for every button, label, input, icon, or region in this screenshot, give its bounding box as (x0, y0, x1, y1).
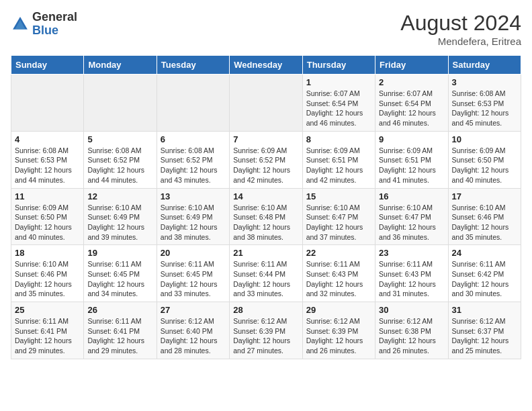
day-of-week-header: Tuesday (157, 56, 229, 75)
calendar-cell: 4Sunrise: 6:08 AM Sunset: 6:53 PM Daylig… (11, 131, 84, 188)
calendar-cell: 15Sunrise: 6:10 AM Sunset: 6:47 PM Dayli… (302, 188, 375, 245)
day-number: 21 (233, 248, 298, 258)
day-info: Sunrise: 6:09 AM Sunset: 6:51 PM Dayligh… (379, 146, 444, 185)
day-info: Sunrise: 6:12 AM Sunset: 6:38 PM Dayligh… (379, 316, 444, 356)
logo-general-text: General (32, 11, 77, 24)
calendar-cell: 22Sunrise: 6:11 AM Sunset: 6:43 PM Dayli… (302, 245, 375, 302)
logo-blue-text: Blue (32, 24, 77, 38)
calendar-week-row: 25Sunrise: 6:11 AM Sunset: 6:41 PM Dayli… (11, 302, 521, 359)
calendar-week-row: 18Sunrise: 6:10 AM Sunset: 6:46 PM Dayli… (11, 245, 521, 302)
day-number: 1 (306, 77, 371, 87)
day-number: 10 (452, 134, 517, 144)
day-info: Sunrise: 6:12 AM Sunset: 6:37 PM Dayligh… (452, 316, 517, 356)
day-number: 29 (306, 305, 371, 315)
calendar-cell: 6Sunrise: 6:08 AM Sunset: 6:52 PM Daylig… (157, 131, 229, 188)
day-info: Sunrise: 6:11 AM Sunset: 6:43 PM Dayligh… (306, 259, 371, 299)
day-number: 2 (379, 77, 444, 87)
calendar-cell: 21Sunrise: 6:11 AM Sunset: 6:44 PM Dayli… (230, 245, 302, 302)
day-info: Sunrise: 6:11 AM Sunset: 6:41 PM Dayligh… (15, 316, 80, 356)
day-number: 11 (15, 191, 80, 201)
day-info: Sunrise: 6:08 AM Sunset: 6:52 PM Dayligh… (87, 146, 152, 185)
day-number: 6 (161, 134, 226, 144)
calendar-cell: 12Sunrise: 6:10 AM Sunset: 6:49 PM Dayli… (84, 188, 157, 245)
day-info: Sunrise: 6:09 AM Sunset: 6:50 PM Dayligh… (452, 146, 517, 185)
calendar-cell: 5Sunrise: 6:08 AM Sunset: 6:52 PM Daylig… (84, 131, 157, 188)
day-info: Sunrise: 6:11 AM Sunset: 6:45 PM Dayligh… (87, 259, 152, 299)
day-number: 7 (233, 134, 298, 144)
calendar-cell (157, 75, 229, 132)
calendar-cell (84, 75, 157, 132)
calendar-cell: 29Sunrise: 6:12 AM Sunset: 6:39 PM Dayli… (302, 302, 375, 359)
calendar-cell (230, 75, 302, 132)
day-number: 13 (161, 191, 226, 201)
day-info: Sunrise: 6:07 AM Sunset: 6:54 PM Dayligh… (379, 89, 444, 128)
calendar-cell: 27Sunrise: 6:12 AM Sunset: 6:40 PM Dayli… (157, 302, 229, 359)
calendar-cell: 11Sunrise: 6:09 AM Sunset: 6:50 PM Dayli… (11, 188, 84, 245)
day-number: 17 (452, 191, 517, 201)
calendar-cell: 24Sunrise: 6:11 AM Sunset: 6:42 PM Dayli… (448, 245, 521, 302)
day-info: Sunrise: 6:09 AM Sunset: 6:50 PM Dayligh… (15, 203, 80, 242)
day-info: Sunrise: 6:11 AM Sunset: 6:43 PM Dayligh… (379, 259, 444, 299)
location-subtitle: Mendefera, Eritrea (400, 36, 521, 47)
calendar-cell: 25Sunrise: 6:11 AM Sunset: 6:41 PM Dayli… (11, 302, 84, 359)
day-number: 26 (87, 305, 152, 315)
day-number: 23 (379, 248, 444, 258)
day-info: Sunrise: 6:10 AM Sunset: 6:46 PM Dayligh… (15, 259, 80, 299)
calendar-cell: 17Sunrise: 6:10 AM Sunset: 6:46 PM Dayli… (448, 188, 521, 245)
calendar-week-row: 1Sunrise: 6:07 AM Sunset: 6:54 PM Daylig… (11, 75, 521, 132)
day-number: 15 (306, 191, 371, 201)
day-info: Sunrise: 6:10 AM Sunset: 6:49 PM Dayligh… (161, 203, 226, 242)
calendar-cell: 8Sunrise: 6:09 AM Sunset: 6:51 PM Daylig… (302, 131, 375, 188)
day-number: 8 (306, 134, 371, 144)
page-header: General Blue August 2024 Mendefera, Erit… (11, 11, 521, 47)
calendar-header-row: SundayMondayTuesdayWednesdayThursdayFrid… (11, 56, 521, 75)
day-of-week-header: Saturday (448, 56, 521, 75)
calendar-cell: 31Sunrise: 6:12 AM Sunset: 6:37 PM Dayli… (448, 302, 521, 359)
day-number: 25 (15, 305, 80, 315)
day-info: Sunrise: 6:08 AM Sunset: 6:53 PM Dayligh… (452, 89, 517, 128)
day-number: 22 (306, 248, 371, 258)
day-of-week-header: Thursday (302, 56, 375, 75)
calendar-cell: 16Sunrise: 6:10 AM Sunset: 6:47 PM Dayli… (375, 188, 448, 245)
calendar-cell: 23Sunrise: 6:11 AM Sunset: 6:43 PM Dayli… (375, 245, 448, 302)
calendar-cell (11, 75, 84, 132)
day-info: Sunrise: 6:11 AM Sunset: 6:45 PM Dayligh… (161, 259, 226, 299)
day-of-week-header: Wednesday (230, 56, 302, 75)
day-info: Sunrise: 6:08 AM Sunset: 6:52 PM Dayligh… (161, 146, 226, 185)
calendar-cell: 1Sunrise: 6:07 AM Sunset: 6:54 PM Daylig… (302, 75, 375, 132)
day-number: 20 (161, 248, 226, 258)
day-number: 12 (87, 191, 152, 201)
calendar-cell: 9Sunrise: 6:09 AM Sunset: 6:51 PM Daylig… (375, 131, 448, 188)
day-info: Sunrise: 6:10 AM Sunset: 6:47 PM Dayligh… (306, 203, 371, 242)
day-number: 30 (379, 305, 444, 315)
calendar-week-row: 11Sunrise: 6:09 AM Sunset: 6:50 PM Dayli… (11, 188, 521, 245)
day-number: 4 (15, 134, 80, 144)
logo-text: General Blue (32, 11, 77, 38)
day-info: Sunrise: 6:08 AM Sunset: 6:53 PM Dayligh… (15, 146, 80, 185)
day-info: Sunrise: 6:12 AM Sunset: 6:40 PM Dayligh… (161, 316, 226, 356)
day-number: 31 (452, 305, 517, 315)
calendar-cell: 19Sunrise: 6:11 AM Sunset: 6:45 PM Dayli… (84, 245, 157, 302)
day-of-week-header: Monday (84, 56, 157, 75)
calendar-cell: 18Sunrise: 6:10 AM Sunset: 6:46 PM Dayli… (11, 245, 84, 302)
day-number: 28 (233, 305, 298, 315)
calendar-cell: 2Sunrise: 6:07 AM Sunset: 6:54 PM Daylig… (375, 75, 448, 132)
day-info: Sunrise: 6:11 AM Sunset: 6:41 PM Dayligh… (87, 316, 152, 356)
day-info: Sunrise: 6:09 AM Sunset: 6:51 PM Dayligh… (306, 146, 371, 185)
calendar-cell: 28Sunrise: 6:12 AM Sunset: 6:39 PM Dayli… (230, 302, 302, 359)
day-number: 9 (379, 134, 444, 144)
day-number: 18 (15, 248, 80, 258)
calendar-cell: 13Sunrise: 6:10 AM Sunset: 6:49 PM Dayli… (157, 188, 229, 245)
day-info: Sunrise: 6:11 AM Sunset: 6:42 PM Dayligh… (452, 259, 517, 299)
calendar-cell: 3Sunrise: 6:08 AM Sunset: 6:53 PM Daylig… (448, 75, 521, 132)
day-number: 3 (452, 77, 517, 87)
calendar-week-row: 4Sunrise: 6:08 AM Sunset: 6:53 PM Daylig… (11, 131, 521, 188)
day-info: Sunrise: 6:07 AM Sunset: 6:54 PM Dayligh… (306, 89, 371, 128)
calendar-cell: 7Sunrise: 6:09 AM Sunset: 6:52 PM Daylig… (230, 131, 302, 188)
day-info: Sunrise: 6:10 AM Sunset: 6:48 PM Dayligh… (233, 203, 298, 242)
logo: General Blue (11, 11, 77, 38)
day-info: Sunrise: 6:12 AM Sunset: 6:39 PM Dayligh… (306, 316, 371, 356)
day-info: Sunrise: 6:12 AM Sunset: 6:39 PM Dayligh… (233, 316, 298, 356)
title-block: August 2024 Mendefera, Eritrea (400, 11, 521, 47)
month-year-title: August 2024 (400, 11, 521, 36)
